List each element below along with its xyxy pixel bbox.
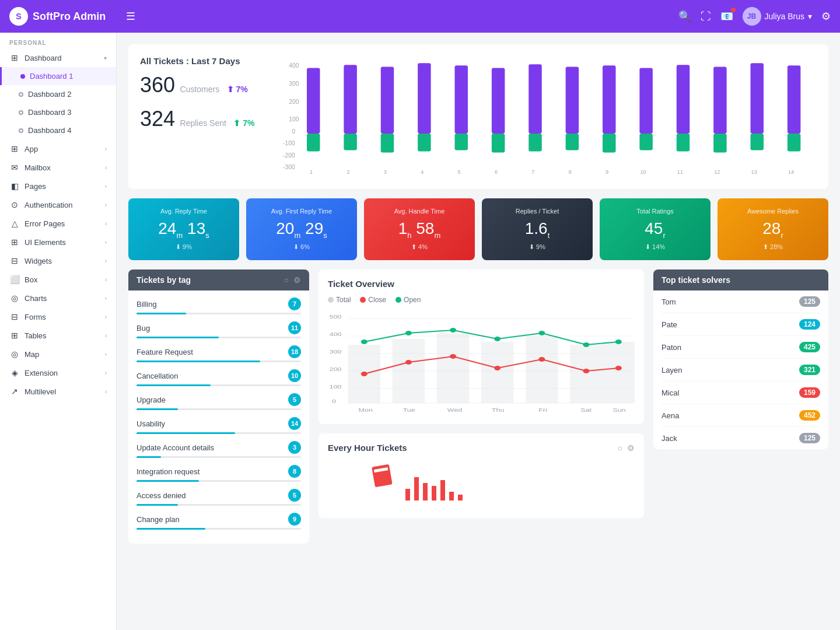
sidebar-item-dashboard1[interactable]: Dashboard 1 [0,67,116,85]
tag-row: Usability 14 [136,417,301,434]
mc-value: 28r [727,219,819,240]
tag-row: Cancellation 10 [136,369,301,386]
svg-rect-65 [481,342,513,403]
ticket-overview-title: Ticket Overview [328,279,635,289]
tag-row: Billing 7 [136,298,301,314]
sidebar-item-dashboard2[interactable]: Dashboard 2 [0,85,116,103]
tag-name: Bug [136,324,150,332]
every-hour-title: Every Hour Tickets [328,443,407,453]
svg-point-77 [405,360,412,365]
mc-value: 1.6t [491,219,583,240]
tag-bar-fill [136,384,211,386]
sidebar-sub-dashboard: Dashboard 1 Dashboard 2 Dashboard 3 Dash… [0,67,116,139]
sidebar-label: Dashboard 2 [28,90,107,99]
sidebar-item-box[interactable]: ⬜ Box › [0,270,116,289]
tag-name: Billing [136,300,157,309]
tag-badge: 3 [288,441,301,454]
gear-icon[interactable]: ⚙ [627,443,635,453]
svg-rect-25 [603,134,615,153]
sidebar-item-dashboard3[interactable]: Dashboard 3 [0,103,116,121]
charts-icon: ◎ [9,293,20,303]
solver-row: Mical 159 [662,382,820,404]
notification-icon[interactable]: 📧 [720,10,733,23]
legend-close: Close [360,296,386,304]
sidebar-item-multilevel[interactable]: ↗ Multilevel › [0,382,116,401]
error-icon: △ [9,219,20,228]
svg-rect-31 [713,134,726,153]
sidebar-item-extension[interactable]: ◈ Extension › [0,363,116,382]
sidebar-item-dashboard4[interactable]: Dashboard 4 [0,121,116,139]
user-menu[interactable]: JB Juliya Brus ▾ [743,7,812,26]
tag-badge: 18 [288,345,301,358]
eh-icons: ○ ⚙ [618,443,635,453]
metric-avg-reply: Avg. Reply Time 24m 13s ⬇ 9% [128,198,239,260]
solver-name: Paton [662,343,681,352]
svg-point-73 [538,331,545,335]
sidebar-item-mailbox[interactable]: ✉ Mailbox › [0,158,116,177]
sidebar-item-pages[interactable]: ◧ Pages › [0,177,116,195]
tag-name: Access denied [136,491,186,500]
eh-header: Every Hour Tickets ○ ⚙ [328,443,635,453]
sidebar-item-map[interactable]: ◎ Map › [0,345,116,363]
svg-rect-19 [492,134,505,153]
sidebar-label: Dashboard 1 [30,72,107,80]
svg-rect-15 [418,134,430,152]
mc-footer: ⬇ 6% [256,243,348,251]
tag-row: Integration request 8 [136,465,301,482]
mc-title: Avg. First Reply Time [256,208,348,215]
svg-text:Sat: Sat [580,407,592,413]
svg-text:200: 200 [289,99,299,105]
top-ticket-solvers-card: Top ticket solvers Tom 125 Pate 124 Pato… [653,270,828,449]
sidebar-item-app[interactable]: ⊞ App › [0,139,116,158]
sidebar-label: Authentication [24,201,100,209]
sidebar-item-forms[interactable]: ⊟ Forms › [0,307,116,326]
sidebar-item-tables[interactable]: ⊞ Tables › [0,326,116,345]
svg-point-72 [494,337,501,341]
fullscreen-icon[interactable]: ⛶ [701,10,711,23]
every-hour-chart [328,460,635,509]
svg-point-78 [450,354,456,359]
tag-row: Change plan 9 [136,513,301,530]
sidebar-label: App [24,145,100,153]
svg-rect-97 [449,492,454,501]
tag-bar-bg [136,480,301,482]
mc-footer: ⬆ 28% [727,243,819,251]
chevron-icon: › [105,351,107,358]
tag-name: Feature Request [136,348,193,356]
circle-icon[interactable]: ○ [618,443,622,453]
tag-bar-fill [136,528,205,530]
svg-text:Sun: Sun [613,407,626,413]
settings-icon[interactable]: ⚙ [821,10,831,23]
svg-rect-8 [307,68,320,133]
svg-text:400: 400 [289,62,299,69]
sidebar-item-ui-elements[interactable]: ⊞ UI Elements › [0,233,116,251]
sidebar-label: Dashboard [24,54,99,62]
sidebar-item-widgets[interactable]: ⊟ Widgets › [0,251,116,270]
solver-name: Aena [662,411,679,420]
sidebar-item-error-pages[interactable]: △ Error Pages › [0,214,116,233]
sidebar-label: Charts [24,294,100,303]
box-icon: ⬜ [9,275,20,284]
solver-row: Layen 321 [662,359,820,382]
tag-name: Change plan [136,515,180,524]
svg-text:100: 100 [330,384,342,390]
sidebar-item-dashboard[interactable]: ⊞ Dashboard ▾ [0,48,116,67]
tag-bar-bg [136,528,301,530]
svg-text:5: 5 [458,169,461,175]
svg-rect-32 [751,63,764,134]
hamburger-icon[interactable]: ☰ [126,10,135,23]
bar-chart-container: 400 300 200 100 0 -100 -200 -300 [280,56,817,177]
svg-rect-93 [414,477,419,501]
circle-icon[interactable]: ○ [284,275,289,285]
sidebar-item-charts[interactable]: ◎ Charts › [0,289,116,307]
gear-icon[interactable]: ⚙ [293,275,301,285]
sidebar: PERSONAL ⊞ Dashboard ▾ Dashboard 1 Dashb… [0,33,117,630]
sidebar-item-authentication[interactable]: ⊙ Authentication › [0,195,116,214]
tag-row: Bug 11 [136,321,301,338]
tts-body: Tom 125 Pate 124 Paton 425 Layen 321 Mic… [653,290,828,449]
svg-rect-96 [440,480,445,501]
chevron-icon: › [105,314,107,320]
svg-text:7: 7 [531,169,534,175]
search-icon[interactable]: 🔍 [678,10,691,23]
tag-bar-fill [136,313,186,314]
